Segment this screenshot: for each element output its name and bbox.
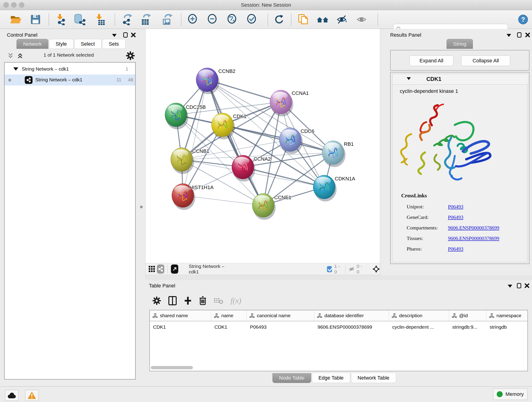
tab-node-table[interactable]: Node Table xyxy=(272,373,311,383)
zoom-selected-button[interactable] xyxy=(245,13,259,26)
network-node-ccne1[interactable] xyxy=(252,193,276,220)
node-label-rb1: RB1 xyxy=(344,141,354,147)
crosslink-link[interactable]: P06493 xyxy=(448,246,463,252)
tab-style[interactable]: Style xyxy=(49,39,74,49)
float-panel-icon[interactable] xyxy=(517,283,521,288)
network-collection-row[interactable]: String Network – cdk1 1 xyxy=(5,64,135,75)
expand-all-tree-icon[interactable] xyxy=(17,52,26,60)
open-in-window-button[interactable] xyxy=(171,264,178,274)
add-column-icon[interactable] xyxy=(184,296,192,306)
tab-network-table[interactable]: Network Table xyxy=(351,373,396,383)
crosshair-icon[interactable] xyxy=(373,264,380,274)
warnings-button[interactable] xyxy=(25,390,38,401)
gear-icon[interactable] xyxy=(126,51,135,61)
tab-sets[interactable]: Sets xyxy=(102,39,126,49)
crosslink-label: Uniprot: xyxy=(407,204,448,210)
horizontal-scrollbar[interactable] xyxy=(151,366,193,369)
crosslink-link[interactable]: P06493 xyxy=(448,204,463,210)
network-node-cdk1[interactable] xyxy=(211,113,235,139)
crosslink-link[interactable]: 9606.ENSP00000378699 xyxy=(448,225,499,231)
network-node-ccna1[interactable] xyxy=(270,90,293,116)
memory-button[interactable]: Memory xyxy=(493,389,527,400)
table-toolbar: f(x) xyxy=(152,293,241,308)
network-node-cdkn1a[interactable] xyxy=(313,175,336,201)
collapse-panel-icon[interactable] xyxy=(507,34,511,37)
tab-select[interactable]: Select xyxy=(74,39,101,49)
close-panel-icon[interactable] xyxy=(525,32,530,38)
table-cell[interactable]: stringdb xyxy=(486,321,528,332)
crosslink-link[interactable]: P06493 xyxy=(448,214,463,220)
gene-entry-header[interactable]: CDK1 xyxy=(393,74,528,85)
table-cell[interactable]: P06493 xyxy=(247,321,314,332)
left-splitter-handle[interactable] xyxy=(140,206,143,208)
birdseye-grid-button[interactable] xyxy=(148,264,156,274)
refresh-layout-icon xyxy=(273,14,284,25)
node-label-ccnb1: CCNB1 xyxy=(192,148,209,154)
tab-edge-table[interactable]: Edge Table xyxy=(312,373,350,383)
network-node-ccna2[interactable] xyxy=(232,155,255,182)
column-header-database-identifier[interactable]: database identifier xyxy=(314,310,389,321)
warning-icon xyxy=(27,391,36,400)
delete-column-icon[interactable] xyxy=(199,296,207,306)
column-header-name[interactable]: name xyxy=(211,310,247,321)
table-cell[interactable]: 9606.ENSP00000378699 xyxy=(314,321,389,332)
zoom-fit-button[interactable] xyxy=(225,13,239,26)
network-row-selected[interactable]: String Network – cdk1 11 48 xyxy=(5,75,135,85)
network-canvas[interactable]: CCNB2CCNA1CDC25BCDK1CDC6RB1CCNB1CCNA2CDK… xyxy=(145,29,380,263)
toolbar-separator xyxy=(268,13,268,26)
network-node-cdc25b[interactable] xyxy=(165,103,188,129)
collapse-panel-icon[interactable] xyxy=(112,34,117,37)
entry-expander-icon[interactable] xyxy=(407,77,411,80)
show-all-button[interactable] xyxy=(355,13,369,26)
close-panel-icon[interactable] xyxy=(524,283,530,288)
network-type-button[interactable] xyxy=(157,264,164,274)
crosslink-link[interactable]: 9606.ENSP00000378699 xyxy=(448,235,499,241)
float-panel-icon[interactable] xyxy=(517,32,521,38)
float-panel-icon[interactable] xyxy=(123,32,128,38)
tab-string[interactable]: String xyxy=(447,39,473,49)
help-button[interactable]: ? xyxy=(516,13,530,26)
selected-checkbox[interactable] xyxy=(327,266,332,272)
collapse-panel-icon[interactable] xyxy=(508,285,512,288)
close-panel-icon[interactable] xyxy=(131,32,136,38)
column-header-canonical-name[interactable]: canonical name xyxy=(247,310,314,321)
zoom-out-button[interactable] xyxy=(205,13,220,26)
show-columns-icon[interactable] xyxy=(168,296,177,306)
gear-icon[interactable] xyxy=(152,296,161,305)
cloud-button[interactable] xyxy=(5,390,18,401)
string-network-graph[interactable]: CCNB2CCNA1CDC25BCDK1CDC6RB1CCNB1CCNA2CDK… xyxy=(146,29,380,263)
export-image-button[interactable] xyxy=(160,13,174,26)
column-header-namespace[interactable]: namespace xyxy=(486,310,528,321)
panel-divider[interactable] xyxy=(145,275,532,280)
table-cell[interactable]: cyclin-dependent ... xyxy=(389,321,449,332)
import-network-database-button[interactable] xyxy=(73,13,87,26)
column-header-description[interactable]: description xyxy=(389,310,449,321)
open-session-button[interactable] xyxy=(9,13,23,26)
zoom-in-button[interactable] xyxy=(186,13,200,26)
export-network-button[interactable] xyxy=(120,13,134,26)
save-session-button[interactable] xyxy=(28,13,43,26)
collapse-all-button[interactable]: Collapse All xyxy=(461,56,510,66)
tab-network[interactable]: Network xyxy=(17,39,48,49)
table-cell[interactable]: stringdb:9... xyxy=(449,321,486,332)
refresh-layout-button[interactable] xyxy=(272,13,286,26)
table-cell[interactable]: CDK1 xyxy=(150,321,211,332)
collapse-all-tree-icon[interactable] xyxy=(8,52,17,60)
import-table-file-button[interactable] xyxy=(93,13,107,26)
table-cell[interactable]: CDK1 xyxy=(211,321,247,332)
first-neighbors-button[interactable] xyxy=(316,13,330,26)
network-view-toolbar: String Network – cdk1 1 - 0 0 - 0 xyxy=(145,263,380,275)
tree-expander-icon[interactable] xyxy=(13,67,18,70)
network-node-cdc6[interactable] xyxy=(279,128,303,154)
column-header-shared-name[interactable]: shared name xyxy=(150,310,211,321)
snapshot-button[interactable] xyxy=(296,13,310,26)
table-row[interactable]: CDK1CDK1P064939606.ENSP00000378699cyclin… xyxy=(150,321,527,332)
hide-selected-button[interactable] xyxy=(335,13,349,26)
export-table-button[interactable] xyxy=(139,13,153,26)
network-node-rb1[interactable] xyxy=(322,141,346,167)
gene-name: CDK1 xyxy=(426,76,441,82)
expand-all-button[interactable]: Expand All xyxy=(409,56,453,66)
column-header--id[interactable]: @id xyxy=(449,310,486,321)
import-network-file-button[interactable] xyxy=(53,13,67,26)
network-node-ccnb2[interactable] xyxy=(196,68,220,94)
